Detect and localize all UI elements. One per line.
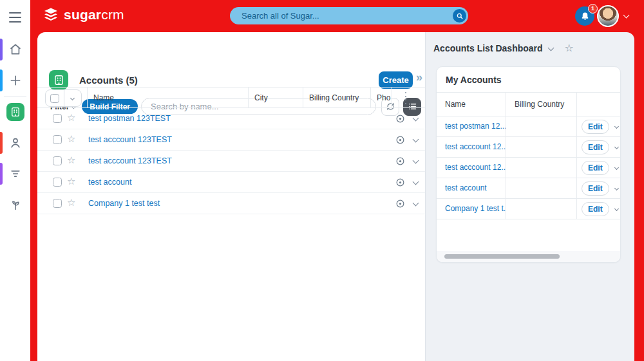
row-actions-chevron-icon[interactable]	[413, 115, 419, 122]
billing-country-cell	[506, 137, 576, 157]
sugarcrm-logo[interactable]: sugarcrm	[42, 6, 124, 23]
accounts-list-view: Accounts (5) Create » Filter Build Filte…	[37, 32, 425, 361]
row-actions-chevron-icon[interactable]	[614, 145, 619, 149]
select-all-control	[45, 89, 82, 107]
notifications-button[interactable]: 1	[575, 6, 594, 26]
row-actions-chevron-icon[interactable]	[413, 136, 419, 143]
menu-toggle-button[interactable]	[9, 12, 21, 23]
create-button[interactable]: Create	[379, 71, 413, 89]
sidebar-item-accounts[interactable]	[0, 97, 30, 127]
card-empty-space	[437, 219, 620, 251]
favorite-star-icon[interactable]: ☆	[67, 197, 75, 208]
column-divider	[370, 88, 371, 107]
column-divider	[248, 88, 249, 107]
row-checkbox[interactable]	[53, 156, 62, 165]
sidebar-item-home[interactable]	[0, 34, 30, 65]
create-module-color-bar	[0, 69, 3, 91]
edit-button[interactable]: Edit	[582, 202, 609, 216]
preview-eye-icon[interactable]	[395, 199, 405, 208]
billing-country-cell	[506, 199, 576, 219]
table-row: ☆ test account	[37, 172, 425, 193]
select-options-dropdown[interactable]	[64, 90, 82, 106]
table-row: ☆ test postman 123TEST	[37, 108, 425, 129]
favorite-star-icon[interactable]: ☆	[67, 112, 75, 124]
column-header-phone[interactable]: Pho	[377, 88, 390, 108]
row-checkbox[interactable]	[53, 199, 62, 208]
edit-button[interactable]: Edit	[582, 120, 609, 134]
dashboard-header: Accounts List Dashboard ☆	[433, 42, 574, 54]
account-link[interactable]: test account	[88, 172, 131, 193]
notification-badge: 1	[588, 4, 598, 14]
card-column-header-name[interactable]: Name	[437, 93, 506, 116]
account-link[interactable]: test acccount 123TEST	[88, 129, 172, 151]
sidebar-item-contacts[interactable]	[0, 127, 30, 158]
checkbox-icon	[50, 94, 59, 103]
row-actions-chevron-icon[interactable]	[614, 165, 619, 170]
column-header-city[interactable]: City	[254, 88, 268, 108]
row-actions-chevron-icon[interactable]	[614, 186, 619, 190]
global-search	[230, 7, 468, 24]
reports-module-color-bar	[0, 163, 3, 185]
module-nav	[0, 34, 30, 220]
table-row: ☆ Company 1 test test	[37, 193, 425, 214]
account-link[interactable]: Company 1 test t...	[437, 199, 506, 219]
account-link[interactable]: Company 1 test test	[88, 193, 160, 214]
favorite-star-icon[interactable]: ☆	[67, 133, 75, 145]
row-actions-chevron-icon[interactable]	[614, 207, 619, 211]
row-checkbox[interactable]	[53, 114, 62, 123]
preview-eye-icon[interactable]	[395, 114, 405, 124]
column-divider	[87, 88, 88, 107]
row-actions-chevron-icon[interactable]	[614, 124, 619, 129]
scrollbar-thumb[interactable]	[444, 254, 560, 259]
topbar: sugarcrm 1	[30, 0, 644, 32]
account-link[interactable]: test account	[437, 178, 506, 198]
account-link[interactable]: test acccount 12...	[437, 158, 506, 178]
edit-button[interactable]: Edit	[582, 161, 609, 175]
column-header-name[interactable]: Name	[93, 88, 114, 108]
edit-button[interactable]: Edit	[582, 181, 609, 196]
sidebar-item-create[interactable]	[0, 65, 30, 96]
row-checkbox[interactable]	[53, 135, 62, 144]
filter-lines-icon	[9, 167, 22, 180]
row-checkbox[interactable]	[53, 178, 62, 187]
column-header-billing-country[interactable]: Billing Country	[309, 88, 359, 108]
profile-chevron-down-icon[interactable]	[623, 12, 630, 19]
person-icon	[9, 136, 22, 149]
contacts-module-color-bar	[0, 132, 3, 154]
preview-eye-icon[interactable]	[395, 178, 405, 187]
preview-eye-icon[interactable]	[395, 135, 405, 145]
account-link[interactable]: test postman 12...	[437, 116, 506, 136]
account-link[interactable]: test postman 123TEST	[88, 108, 171, 129]
page-title: Accounts (5)	[79, 75, 138, 86]
sidebar	[0, 0, 30, 361]
card-row: Company 1 test t... Edit	[437, 199, 620, 219]
card-row: test acccount 12... Edit	[437, 137, 620, 158]
row-actions-chevron-icon[interactable]	[413, 179, 419, 185]
card-column-header-billing-country[interactable]: Billing Country	[506, 93, 576, 116]
global-search-input[interactable]	[230, 7, 453, 24]
favorite-star-icon[interactable]: ☆	[67, 154, 75, 166]
dashboard-chevron-down-icon[interactable]	[547, 45, 554, 51]
user-avatar[interactable]	[597, 5, 619, 27]
select-all-checkbox[interactable]	[46, 90, 64, 106]
dashboard-title[interactable]: Accounts List Dashboard	[433, 43, 543, 53]
account-link[interactable]: test acccount 123TEST	[88, 151, 172, 172]
edit-button[interactable]: Edit	[582, 140, 609, 154]
favorite-star-icon[interactable]: ☆	[67, 176, 75, 187]
sidebar-item-reports[interactable]	[0, 158, 30, 189]
my-accounts-card: My Accounts Name Billing Country test po…	[436, 66, 621, 263]
home-module-color-bar	[0, 39, 3, 60]
table-row: ☆ test acccount 123TEST	[37, 129, 425, 151]
row-actions-chevron-icon[interactable]	[413, 158, 419, 164]
dashboard-favorite-star-icon[interactable]: ☆	[565, 42, 574, 54]
dashboard-panel: Accounts List Dashboard ☆ My Accounts Na…	[425, 32, 634, 361]
preview-eye-icon[interactable]	[395, 156, 405, 166]
account-link[interactable]: test acccount 12...	[437, 137, 506, 157]
row-actions-chevron-icon[interactable]	[413, 200, 419, 207]
sidebar-item-leads[interactable]	[0, 189, 30, 220]
collapse-dashboard-icon[interactable]: »	[416, 71, 422, 84]
column-options-kebab-icon[interactable]	[402, 92, 410, 104]
card-title: My Accounts	[437, 67, 620, 93]
search-icon[interactable]	[453, 9, 466, 23]
leads-module-color-bar	[0, 194, 3, 216]
